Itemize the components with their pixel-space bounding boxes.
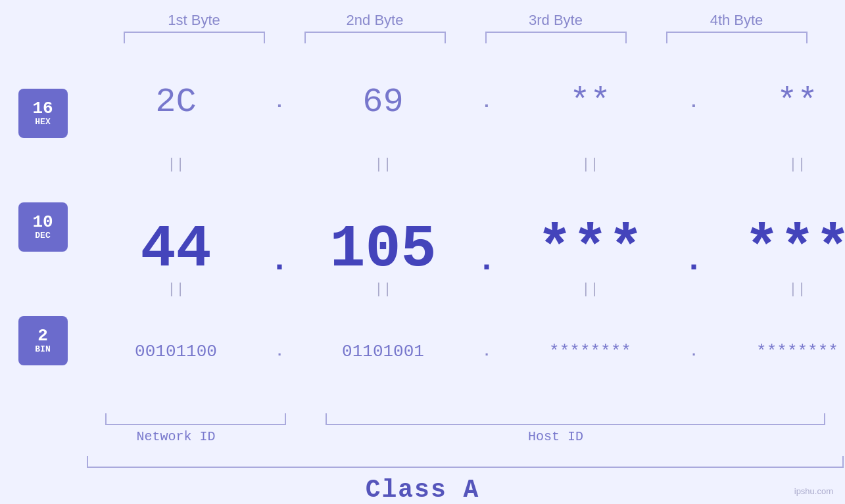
bracket-line-4 xyxy=(666,32,808,43)
hex-badge-num: 16 xyxy=(32,100,53,117)
bin-val-4: ******** xyxy=(756,342,838,361)
hex-cell-4: ** xyxy=(707,83,845,122)
hex-cell-1: 2C xyxy=(85,83,266,122)
dec-sep-3: . xyxy=(681,242,707,279)
header-row: 1st Byte 2nd Byte 3rd Byte 4th Byte xyxy=(0,12,845,43)
hex-sep-1: . xyxy=(266,92,293,112)
byte-col-2: 2nd Byte xyxy=(285,12,466,43)
dec-val-1: 44 xyxy=(140,216,211,283)
bin-val-1: 00101100 xyxy=(135,342,217,361)
host-bracket xyxy=(326,413,825,425)
hex-sep-2: . xyxy=(473,92,500,112)
byte-label-1: 1st Byte xyxy=(104,12,285,29)
big-bracket-row xyxy=(0,456,845,468)
data-area: 2C . 69 . ** . ** || || xyxy=(85,43,845,411)
dec-sep-2: . xyxy=(473,242,500,279)
dec-badge: 10 DEC xyxy=(18,202,68,252)
dec-cell-1: 44 xyxy=(85,220,266,279)
dec-sep-1: . xyxy=(266,242,293,279)
eq-row-1: || || || || xyxy=(85,155,845,175)
host-id-label: Host ID xyxy=(266,429,845,444)
bin-row: 00101100 . 01101001 . ******** . *******… xyxy=(85,299,845,404)
bin-badge-label: BIN xyxy=(35,344,50,355)
bin-badge-num: 2 xyxy=(37,327,48,344)
hex-val-1: 2C xyxy=(155,83,196,122)
bin-sep-2: . xyxy=(473,344,500,360)
byte-label-2: 2nd Byte xyxy=(285,12,466,29)
dec-badge-label: DEC xyxy=(35,231,50,241)
labels-row: Network ID Host ID xyxy=(85,429,845,444)
eq-8: || xyxy=(707,281,845,298)
byte-col-1: 1st Byte xyxy=(104,12,285,43)
byte-col-3: 3rd Byte xyxy=(466,12,646,43)
bin-sep-3: . xyxy=(681,344,707,360)
byte-label-4: 4th Byte xyxy=(646,12,827,29)
eq-2: || xyxy=(293,156,473,173)
bracket-line-1 xyxy=(124,32,265,43)
dec-row: 44 . 105 . *** . *** xyxy=(85,175,845,280)
big-bracket xyxy=(87,456,844,468)
hex-val-2: 69 xyxy=(362,83,403,122)
badges-col: 16 HEX 10 DEC 2 BIN xyxy=(0,43,85,411)
bin-cell-4: ******** xyxy=(707,342,845,361)
network-bracket xyxy=(105,413,286,425)
hex-row: 2C . 69 . ** . ** xyxy=(85,50,845,155)
class-label: Class A xyxy=(366,476,480,504)
dec-cell-2: 105 xyxy=(293,220,473,279)
dec-val-2: 105 xyxy=(329,216,436,283)
dec-val-4: *** xyxy=(744,216,845,283)
bracket-line-3 xyxy=(485,32,627,43)
bin-sep-1: . xyxy=(266,344,293,360)
dec-badge-num: 10 xyxy=(32,214,53,231)
eq-4: || xyxy=(707,156,845,173)
main-container: 1st Byte 2nd Byte 3rd Byte 4th Byte 16 H… xyxy=(0,0,845,504)
hex-cell-2: 69 xyxy=(293,83,473,122)
content-area: 16 HEX 10 DEC 2 BIN 2C . 69 xyxy=(0,43,845,411)
bin-val-3: ******** xyxy=(549,342,631,361)
byte-col-4: 4th Byte xyxy=(646,12,827,43)
byte-label-3: 3rd Byte xyxy=(466,12,646,29)
dec-cell-3: *** xyxy=(500,220,681,279)
hex-badge-label: HEX xyxy=(35,117,50,127)
network-host-brackets xyxy=(85,413,845,425)
class-row: Class A xyxy=(366,476,480,504)
eq-1: || xyxy=(85,156,266,173)
bin-val-2: 01101001 xyxy=(342,342,424,361)
eq-6: || xyxy=(293,281,473,298)
bin-badge: 2 BIN xyxy=(18,316,68,365)
dec-val-3: *** xyxy=(537,216,643,283)
watermark: ipshu.com xyxy=(794,486,833,496)
eq-7: || xyxy=(500,281,681,298)
hex-sep-3: . xyxy=(681,92,707,112)
hex-cell-3: ** xyxy=(500,83,681,122)
hex-badge: 16 HEX xyxy=(18,89,68,138)
eq-5: || xyxy=(85,281,266,298)
bin-cell-2: 01101001 xyxy=(293,342,473,361)
hex-val-4: ** xyxy=(777,83,817,122)
eq-3: || xyxy=(500,156,681,173)
bin-cell-3: ******** xyxy=(500,342,681,361)
network-id-label: Network ID xyxy=(85,429,266,444)
bin-cell-1: 00101100 xyxy=(85,342,266,361)
bottom-area: Network ID Host ID xyxy=(0,413,845,444)
dec-cell-4: *** xyxy=(707,220,845,279)
hex-val-3: ** xyxy=(569,83,610,122)
bracket-line-2 xyxy=(304,32,446,43)
